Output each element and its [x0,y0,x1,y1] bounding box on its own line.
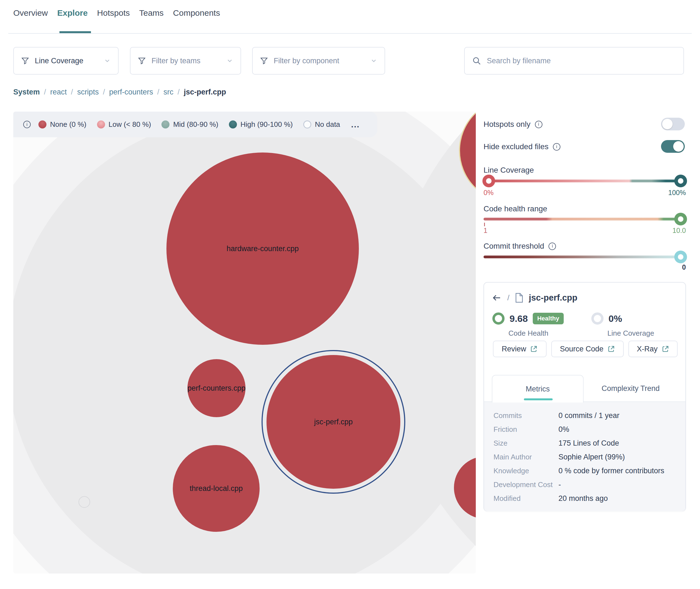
line-coverage-slider-label: Line Coverage [483,166,534,175]
hide-excluded-label: Hide excluded files [483,142,549,151]
review-button[interactable]: Review [493,341,547,357]
line-coverage-max-handle[interactable] [674,175,687,187]
commit-threshold-handle[interactable] [674,250,687,263]
tab-components[interactable]: Components [173,8,220,20]
legend-dot-sage [161,121,169,129]
line-coverage-min-label: 0% [483,189,494,197]
file-bubble-perf-counters[interactable]: perf-counters.cpp [187,359,246,417]
bubble-label: jsc-perf.cpp [314,418,353,426]
chevron-down-icon [226,57,233,64]
file-detail-card: / jsc-perf.cpp 9.68 Healthy Code Health … [483,282,686,512]
active-tab-underline [524,398,553,400]
funnel-icon [260,57,268,65]
code-health-sublabel: Code Health [509,329,549,338]
funnel-icon [21,57,29,65]
breadcrumb-src[interactable]: src [163,88,173,96]
x-ray-button[interactable]: X-Ray [628,341,678,357]
code-health-stat: 9.68 Healthy [493,313,564,325]
file-bubble-thread-local[interactable]: thread-local.cpp [173,445,260,532]
component-filter-placeholder: Filter by component [274,57,339,65]
commit-threshold-value: 0 [682,263,686,271]
code-health-max-handle[interactable] [674,213,687,225]
tab-metrics[interactable]: Metrics [492,375,584,403]
breadcrumb-react[interactable]: react [50,88,67,96]
info-icon[interactable]: i [553,143,560,151]
search-icon [472,56,481,65]
external-link-icon [530,345,538,353]
toggle-knob [662,119,673,129]
breadcrumb-separator: / [103,88,105,96]
breadcrumb-scripts[interactable]: scripts [77,88,99,96]
breadcrumb-perf-counters[interactable]: perf-counters [109,88,153,96]
chevron-down-icon [104,57,111,64]
file-card-tabs: Metrics Complexity Trend [484,375,685,402]
coverage-legend: i None (0 %) Low (< 80 %) Mid (80-90 %) … [13,112,377,137]
back-arrow-icon[interactable] [492,293,502,303]
top-nav: Overview Explore Hotspots Teams Componen… [13,8,220,20]
codescene-explore-page: Overview Explore Hotspots Teams Componen… [0,0,700,589]
file-card-header: / jsc-perf.cpp [492,292,577,303]
legend-overflow-ellipsis[interactable]: ... [351,120,360,129]
breadcrumb-separator: / [44,88,46,96]
metric-row-size: Size 175 Lines of Code [494,436,676,450]
funnel-icon [138,57,146,65]
hide-excluded-label-row: Hide excluded files i [483,142,560,151]
info-icon[interactable]: i [23,121,31,128]
info-icon[interactable]: i [535,121,542,128]
metric-row-friction: Friction 0% [494,422,676,436]
line-coverage-stat: 0% [591,313,622,325]
commit-threshold-value-row: 0 [483,263,686,271]
line-coverage-ring-icon [591,313,603,325]
code-health-max-label: 10.0 [672,226,686,234]
teams-filter-dropdown[interactable]: Filter by teams [130,47,241,74]
legend-item-low: Low (< 80 %) [97,120,151,129]
tab-overview[interactable]: Overview [13,8,48,20]
file-card-title: jsc-perf.cpp [529,293,577,303]
bubble-label: perf-counters.cpp [187,384,246,393]
bubble-label: thread-local.cpp [190,484,243,493]
toggle-knob [673,141,684,152]
file-bubble-visualization: hardware-counter.cpp perf-counters.cpp j… [13,112,476,574]
file-bubble-jsc-perf-selected[interactable]: jsc-perf.cpp [267,355,400,489]
legend-dot-red [38,121,46,129]
empty-file-circle [79,496,90,508]
component-filter-dropdown[interactable]: Filter by component [252,47,385,74]
source-code-button[interactable]: Source Code [551,341,624,357]
line-coverage-range-labels: 0% 100% [483,189,686,197]
breadcrumb: System / react / scripts / perf-counters… [13,88,226,96]
info-icon[interactable]: i [549,242,556,250]
breadcrumb-current-file: jsc-perf.cpp [184,88,226,96]
search-input[interactable] [487,57,676,65]
legend-item-nodata: No data [303,120,340,129]
hotspots-only-toggle[interactable] [661,118,685,131]
tab-complexity-trend[interactable]: Complexity Trend [584,375,678,402]
header-divider [8,33,692,34]
coverage-filter-value: Line Coverage [35,57,84,65]
external-link-icon [607,345,615,353]
breadcrumb-system[interactable]: System [13,88,40,96]
line-coverage-value: 0% [608,313,622,324]
code-health-min-label: 1 [483,226,487,234]
tab-explore[interactable]: Explore [57,8,88,20]
metric-row-development-cost: Development Cost - [494,478,676,492]
metric-row-commits: Commits 0 commits / 1 year [494,409,676,422]
code-health-min-tick [484,223,485,226]
code-health-slider-track[interactable] [483,218,686,220]
metrics-panel: Commits 0 commits / 1 year Friction 0% S… [484,402,685,512]
commit-threshold-slider-track[interactable] [483,255,686,258]
hide-excluded-toggle[interactable] [661,140,685,153]
tab-teams[interactable]: Teams [139,8,163,20]
chevron-down-icon [370,57,377,64]
filename-search [464,47,684,74]
coverage-filter-dropdown[interactable]: Line Coverage [13,47,119,74]
header-separator: / [507,293,510,302]
breadcrumb-separator: / [177,88,180,96]
legend-item-mid: Mid (80-90 %) [161,120,218,129]
teams-filter-placeholder: Filter by teams [151,57,200,65]
line-coverage-min-handle[interactable] [482,175,495,187]
tab-hotspots[interactable]: Hotspots [97,8,130,20]
legend-item-high: High (90-100 %) [229,120,293,129]
legend-dot-teal [229,121,237,129]
line-coverage-slider-track[interactable] [483,180,686,182]
file-bubble-hardware-counter[interactable]: hardware-counter.cpp [166,153,359,345]
